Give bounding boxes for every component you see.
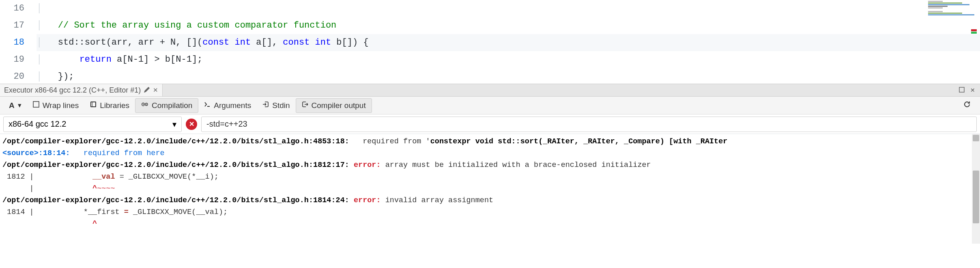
compiler-output-button[interactable]: Compiler output xyxy=(296,98,372,113)
sign-out-icon xyxy=(302,101,308,110)
sign-in-icon xyxy=(262,101,269,110)
svg-point-3 xyxy=(143,104,144,105)
compiler-output-pane[interactable]: /opt/compiler-explorer/gcc-12.2.0/includ… xyxy=(0,134,980,244)
refresh-button[interactable] xyxy=(957,98,977,113)
terminal-icon xyxy=(204,101,211,110)
gears-icon xyxy=(141,101,148,110)
tab-title: Executor x86-64 gcc 12.2 (C++, Editor #1… xyxy=(4,86,141,95)
line-number-gutter: 1617181920 xyxy=(0,0,37,84)
close-panel-icon[interactable]: ✕ xyxy=(970,87,975,93)
minimap[interactable] xyxy=(928,1,977,25)
code-content[interactable]: │ │ // Sort the array using a custom com… xyxy=(37,0,980,84)
code-line[interactable]: │ // Sort the array using a custom compa… xyxy=(37,17,980,34)
compiler-row: x86-64 gcc 12.2 ▾ ✕ xyxy=(0,115,980,134)
executor-tab[interactable]: Executor x86-64 gcc 12.2 (C++, Editor #1… xyxy=(0,84,163,96)
output-line: | ^~~~~ xyxy=(2,183,978,195)
output-line: <source>:18:14: required from here xyxy=(2,147,978,159)
line-number: 19 xyxy=(0,51,24,68)
maximize-icon[interactable] xyxy=(959,87,965,94)
output-line: 1812 | __val = _GLIBCXX_MOVE(*__i); xyxy=(2,171,978,183)
output-line: ^ xyxy=(2,218,978,230)
line-number: 20 xyxy=(0,68,24,85)
output-line: 1814 | *__first = _GLIBCXX_MOVE(__val); xyxy=(2,206,978,218)
compiler-flags-input[interactable] xyxy=(201,117,977,132)
arguments-button[interactable]: Arguments xyxy=(198,99,257,112)
line-number: 17 xyxy=(0,17,24,34)
code-line[interactable]: │ }); xyxy=(37,68,980,85)
font-button[interactable]: A ▾ xyxy=(3,99,27,112)
caret-down-icon: ▾ xyxy=(172,119,176,129)
panel-tab-bar: Executor x86-64 gcc 12.2 (C++, Editor #1… xyxy=(0,84,980,97)
code-line[interactable]: │ return a[N-1] > b[N-1]; xyxy=(37,51,980,68)
compilation-button[interactable]: Compilation xyxy=(135,98,198,113)
refresh-icon xyxy=(963,100,971,110)
scrollbar-thumb-top[interactable] xyxy=(973,135,979,141)
code-line[interactable]: │ std::sort(arr, arr + N, [](const int a… xyxy=(37,34,980,51)
caret-down-icon: ▾ xyxy=(18,101,21,110)
executor-toolbar: A ▾ Wrap lines Libraries Compilation Arg… xyxy=(0,97,980,115)
line-number: 16 xyxy=(0,0,24,17)
x-icon: ✕ xyxy=(189,120,194,128)
square-icon xyxy=(33,101,39,110)
output-line: /opt/compiler-explorer/gcc-12.2.0/includ… xyxy=(2,195,978,206)
line-number: 18 xyxy=(0,34,24,51)
svg-rect-0 xyxy=(959,87,964,92)
wrap-lines-button[interactable]: Wrap lines xyxy=(27,99,84,112)
book-icon xyxy=(90,101,97,110)
compiler-select[interactable]: x86-64 gcc 12.2 ▾ xyxy=(3,117,182,132)
output-line: /opt/compiler-explorer/gcc-12.2.0/includ… xyxy=(2,136,978,147)
status-error-indicator[interactable]: ✕ xyxy=(186,119,197,130)
code-line[interactable]: │ xyxy=(37,0,980,17)
pencil-icon[interactable] xyxy=(144,87,150,94)
svg-point-5 xyxy=(146,104,147,105)
close-icon[interactable]: ✕ xyxy=(153,86,158,94)
svg-rect-1 xyxy=(33,102,39,107)
output-scrollbar[interactable] xyxy=(972,134,980,244)
stdin-button[interactable]: Stdin xyxy=(257,99,295,112)
scrollbar-thumb[interactable] xyxy=(973,171,979,223)
output-line: /opt/compiler-explorer/gcc-12.2.0/includ… xyxy=(2,159,978,171)
compiler-output-text: /opt/compiler-explorer/gcc-12.2.0/includ… xyxy=(0,134,980,231)
libraries-button[interactable]: Libraries xyxy=(84,99,135,112)
code-editor[interactable]: 1617181920 │ │ // Sort the array using a… xyxy=(0,0,980,84)
